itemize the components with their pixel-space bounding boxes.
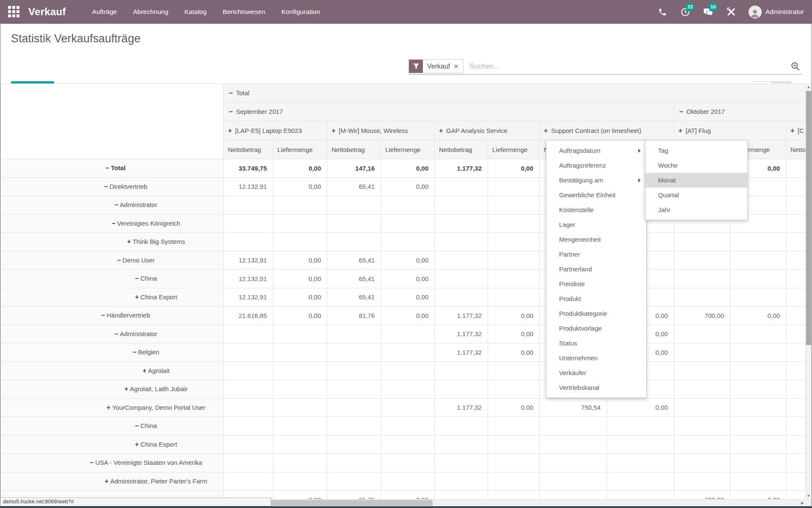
- scroll-down-arrow-icon[interactable]: ▼: [806, 492, 812, 499]
- col-group-header-m-wir-mouse-wireless[interactable]: +[M-Wir] Mouse, Wireless: [327, 121, 435, 141]
- pivot-cell: [674, 398, 730, 417]
- groupby-menu-item-partnerland[interactable]: Partnerland: [546, 262, 646, 276]
- groupby-menu-item-mengeneinheit[interactable]: Mengeneinheit: [546, 232, 646, 247]
- groupby-menu-item-verkäufer[interactable]: Verkäufer: [546, 365, 646, 380]
- nav-menu-katalog[interactable]: Katalog: [184, 8, 207, 16]
- row-header-china[interactable]: −China: [1, 417, 224, 436]
- control-panel: Statistik Verkaufsaufträge Verkauf ✕ WER…: [0, 24, 812, 83]
- interval-option-jahr[interactable]: Jahr: [645, 202, 747, 217]
- activities-clock-icon[interactable]: 22: [680, 6, 691, 17]
- nav-menu-abrechnung[interactable]: Abrechnung: [133, 8, 168, 16]
- col-group-header-support-contract-on-timesheet[interactable]: +Support Contract (on timesheet): [540, 121, 674, 141]
- row-header-belgien[interactable]: −Belgien: [1, 343, 224, 362]
- pivot-cell: [327, 325, 381, 343]
- row-header-china-export[interactable]: +China Export: [1, 288, 224, 306]
- row-header-händlervertrieb[interactable]: −Händlervertrieb: [1, 306, 224, 325]
- vertical-scroll-thumb[interactable]: [806, 91, 811, 345]
- row-header-demo-user[interactable]: −Demo User: [1, 251, 224, 270]
- row-header-think-big-systems[interactable]: +Think Big Systems: [1, 233, 224, 251]
- col-group-header-at-flug[interactable]: +[AT] Flug: [674, 121, 786, 141]
- measure-header[interactable]: Nettobetrag: [435, 141, 488, 159]
- pivot-cell: [435, 380, 488, 399]
- groupby-menu-item-bestätigung-am[interactable]: Bestätigung am: [546, 173, 646, 188]
- pivot-cell: [273, 233, 327, 251]
- row-header-administrator-pieter-parter-s-farm[interactable]: +Administrator, Pieter Parter's Farm: [1, 472, 224, 491]
- measure-header[interactable]: Nettobetrag: [327, 141, 381, 159]
- col-header-september-2017[interactable]: −September 2017: [224, 102, 674, 121]
- expand-icon: +: [332, 127, 339, 135]
- row-header-yourcompany-demo-portal-user[interactable]: +YourCompany, Demo Portal User: [1, 398, 224, 417]
- measure-header[interactable]: Nettobetrag: [224, 141, 273, 159]
- search-magnifier-icon[interactable]: [790, 61, 801, 74]
- pivot-cell: [224, 214, 273, 233]
- pivot-cell: [273, 362, 327, 380]
- apps-menu-icon[interactable]: [8, 6, 20, 18]
- expand-icon: +: [123, 385, 130, 393]
- row-header-administrator[interactable]: −Administrator: [1, 325, 224, 343]
- row-header-china-export[interactable]: +China Export: [1, 435, 224, 454]
- interval-option-tag[interactable]: Tag: [645, 143, 747, 158]
- facet-remove-icon[interactable]: ✕: [453, 63, 459, 70]
- groupby-menu-item-status[interactable]: Status: [546, 336, 646, 351]
- groupby-menu-item-kostenstelle[interactable]: Kostenstelle: [546, 202, 646, 217]
- col-header-total[interactable]: −Total: [224, 84, 807, 102]
- row-header-china[interactable]: −China: [1, 270, 224, 288]
- row-header-administrator[interactable]: −Administrator: [1, 196, 224, 215]
- user-menu[interactable]: Administrator: [749, 6, 804, 19]
- pivot-cell: [786, 362, 807, 380]
- row-header-agrolait-laith-jubair[interactable]: +Agrolait, Laith Jubair: [1, 380, 224, 399]
- interval-option-woche[interactable]: Woche: [645, 158, 747, 173]
- pivot-cell: [381, 398, 435, 417]
- measure-header[interactable]: Liefermenge: [273, 141, 327, 159]
- pivot-cell: [327, 214, 381, 233]
- pivot-cell: [786, 270, 807, 288]
- groupby-menu-item-lager[interactable]: Lager: [546, 217, 646, 232]
- pivot-cell: [488, 177, 540, 196]
- col-group-header-lap-e5-laptop-e5023[interactable]: +[LAP-E5] Laptop E5023: [224, 121, 327, 141]
- interval-option-monat[interactable]: Monat: [645, 173, 747, 188]
- pivot-cell: [381, 214, 435, 233]
- groupby-menu-item-produktkategorie[interactable]: Produktkategorie: [546, 306, 646, 321]
- pivot-row-agrolait: +Agrolait: [1, 362, 807, 380]
- app-name[interactable]: Verkauf: [28, 6, 66, 18]
- phone-icon[interactable]: [657, 6, 668, 17]
- measure-header[interactable]: Liefermenge: [381, 141, 435, 159]
- row-header-usa-vereinigte-staaten-von-amerika[interactable]: −USA - Vereinigte Staaten von Amerika: [1, 454, 224, 472]
- tools-icon[interactable]: [726, 6, 737, 17]
- row-header-vereinigtes-königreich[interactable]: −Vereinigtes Königreich: [1, 214, 224, 233]
- groupby-menu-item-gewerbliche-einheit[interactable]: Gewerbliche Einheit: [546, 188, 646, 202]
- groupby-menu-item-vertriebskanal[interactable]: Vertriebskanal: [546, 380, 646, 395]
- nav-menu-aufträge[interactable]: Aufträge: [92, 8, 117, 16]
- row-header-direktvertrieb[interactable]: −Direktvertrieb: [1, 177, 224, 196]
- groupby-menu-item-produktvorlage[interactable]: Produktvorlage: [546, 321, 646, 336]
- pivot-cell: [327, 454, 381, 472]
- groupby-menu-item-auftragsdatum[interactable]: Auftragsdatum: [546, 143, 646, 158]
- row-header-agrolait[interactable]: +Agrolait: [1, 362, 224, 380]
- nav-menu-konfiguration[interactable]: Konfiguration: [281, 8, 320, 16]
- groupby-menu-item-preisliste[interactable]: Preisliste: [546, 276, 646, 291]
- groupby-menu-item-unternehmen[interactable]: Unternehmen: [546, 351, 646, 365]
- vertical-scrollbar[interactable]: ▲ ▼: [805, 83, 812, 499]
- col-group-header-c[interactable]: +[C: [786, 121, 807, 141]
- pivot-cell: [435, 196, 488, 215]
- row-header-total[interactable]: −Total: [1, 159, 224, 178]
- pivot-cell: 65,41: [327, 177, 381, 196]
- messages-icon[interactable]: 10: [703, 6, 714, 17]
- interval-option-quartal[interactable]: Quartal: [645, 188, 747, 202]
- scroll-up-arrow-icon[interactable]: ▲: [806, 83, 812, 90]
- pivot-cell: [730, 343, 786, 362]
- nav-menu-berichtswesen[interactable]: Berichtswesen: [223, 8, 266, 16]
- filter-facet: Verkauf ✕: [409, 59, 464, 73]
- groupby-menu-item-partner[interactable]: Partner: [546, 247, 646, 262]
- col-header-oktober-2017[interactable]: −Oktober 2017: [674, 102, 807, 121]
- col-group-header-gap-analysis-service[interactable]: +GAP Analysis Service: [435, 121, 540, 141]
- expand-icon: +: [133, 441, 140, 448]
- measure-header[interactable]: Nettobetrag: [786, 141, 807, 159]
- pivot-cell: [730, 251, 786, 270]
- pivot-cell: [327, 380, 381, 399]
- pivot-cell: [786, 435, 807, 454]
- search-input[interactable]: [469, 62, 802, 71]
- groupby-menu-item-auftragsreferenz[interactable]: Auftragsreferenz: [546, 158, 646, 173]
- measure-header[interactable]: Liefermenge: [488, 141, 540, 159]
- groupby-menu-item-produkt[interactable]: Produkt: [546, 291, 646, 306]
